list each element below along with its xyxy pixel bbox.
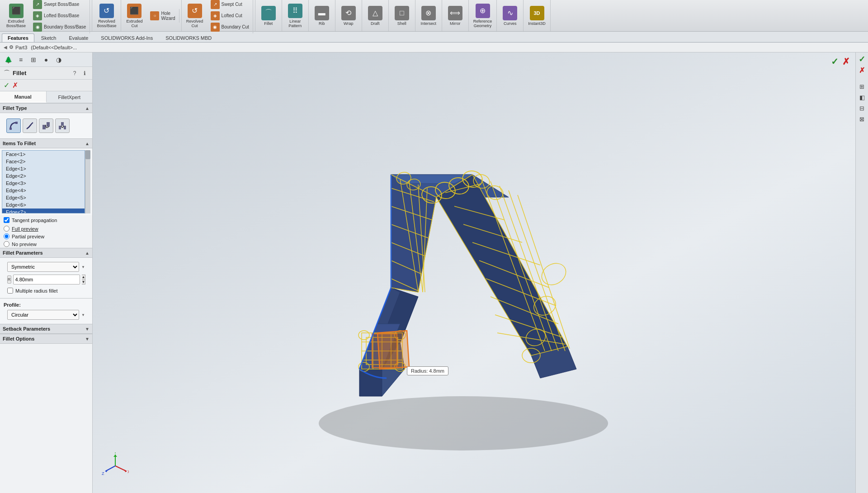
no-preview-radio[interactable] bbox=[4, 241, 9, 247]
setback-params-chevron bbox=[85, 327, 90, 332]
ftype-full-round-icon[interactable] bbox=[55, 119, 70, 133]
tab-filletxpert[interactable]: FilletXpert bbox=[47, 91, 93, 103]
list-item-edge7[interactable]: Edge<7> bbox=[2, 209, 85, 213]
lofted-boss-base-button[interactable]: ◈ Lofted Boss/Base bbox=[31, 10, 88, 21]
panel-icon-color[interactable]: ◑ bbox=[53, 54, 64, 65]
swept-cut-button[interactable]: ↗ Swept Cut bbox=[209, 0, 251, 10]
revolved-boss-base-button[interactable]: ↺ RevolvedBoss/Base bbox=[94, 2, 119, 30]
list-item-edge3[interactable]: Edge<3> bbox=[2, 180, 85, 187]
wrap-button[interactable]: ⟲ Wrap bbox=[337, 4, 360, 28]
panel-icon-camera[interactable]: ● bbox=[41, 54, 52, 65]
swept-boss-base-label: Swept Boss/Base bbox=[44, 2, 79, 7]
viewport-ok-button[interactable]: ✓ bbox=[831, 56, 839, 67]
radius-input[interactable] bbox=[13, 275, 80, 284]
right-icon-2[interactable]: ◧ bbox=[857, 92, 867, 102]
full-preview-label[interactable]: Full preview bbox=[12, 226, 38, 232]
hole-wizard-button[interactable]: ○ HoleWizard bbox=[148, 10, 177, 22]
linear-pattern-button[interactable]: ⠿ LinearPattern bbox=[284, 2, 307, 30]
panel-ok-button[interactable]: ✓ bbox=[4, 81, 9, 90]
draft-button[interactable]: △ Draft bbox=[364, 4, 387, 28]
revolved-cut-button[interactable]: ↺ RevolvedCut bbox=[184, 2, 206, 30]
multiple-radius-label[interactable]: Multiple radius fillet bbox=[15, 288, 58, 294]
items-fillet-section-header[interactable]: Items To Fillet bbox=[0, 138, 92, 148]
tab-manual[interactable]: Manual bbox=[0, 91, 47, 103]
right-icon-1[interactable]: ⊞ bbox=[857, 81, 867, 91]
right-icon-3[interactable]: ⊟ bbox=[857, 103, 867, 113]
right-icon-4[interactable]: ⊠ bbox=[857, 114, 867, 124]
tangent-propagation-label[interactable]: Tangent propagation bbox=[12, 218, 57, 223]
curves-button[interactable]: ∿ Curves bbox=[499, 4, 521, 28]
ftype-face-icon[interactable] bbox=[39, 119, 53, 133]
setback-params-section-header[interactable]: Setback Parameters bbox=[0, 324, 92, 334]
radius-spin-down[interactable]: ▼ bbox=[82, 280, 85, 284]
list-item-edge6[interactable]: Edge<6> bbox=[2, 201, 85, 209]
list-item-face1[interactable]: Face<1> bbox=[2, 151, 85, 158]
symmetric-select[interactable]: Symmetric bbox=[7, 262, 79, 272]
lofted-cut-label: Lofted Cut bbox=[222, 13, 242, 18]
panel-icon-config[interactable]: ⊞ bbox=[28, 54, 39, 65]
multiple-radius-checkbox[interactable] bbox=[7, 288, 13, 294]
radius-spinner[interactable]: ▲ ▼ bbox=[82, 275, 86, 284]
svg-rect-4 bbox=[59, 126, 61, 129]
tab-addins[interactable]: SOLIDWORKS Add-Ins bbox=[95, 33, 159, 42]
extruded-boss-base-button[interactable]: ⬛ ExtrudedBoss/Base bbox=[4, 2, 28, 30]
fillet-toolbar-button[interactable]: ⌒ Fillet bbox=[257, 4, 280, 28]
list-item-edge1[interactable]: Edge<1> bbox=[2, 165, 85, 172]
profile-label: Profile: bbox=[4, 301, 89, 308]
panel-cancel-button[interactable]: ✗ bbox=[12, 81, 18, 90]
reference-geometry-button[interactable]: ⊕ ReferenceGeometry bbox=[471, 2, 495, 30]
mirror-button[interactable]: ⟺ Mirror bbox=[444, 4, 467, 28]
boundary-boss-base-button[interactable]: ◉ Boundary Boss/Base bbox=[31, 22, 88, 33]
fillet-type-section-header[interactable]: Fillet Type bbox=[0, 103, 92, 113]
boundary-cut-icon: ◉ bbox=[211, 23, 220, 32]
partial-preview-radio[interactable] bbox=[4, 233, 9, 239]
wrap-icon: ⟲ bbox=[341, 6, 356, 20]
ftype-variable-icon[interactable] bbox=[23, 119, 37, 133]
no-preview-label[interactable]: No preview bbox=[12, 242, 37, 247]
symmetric-dropdown-arrow: ▼ bbox=[81, 265, 85, 269]
instant3d-button[interactable]: 3D Instant3D bbox=[525, 4, 548, 28]
right-cancel-icon[interactable]: ✗ bbox=[857, 65, 867, 75]
reference-geometry-label: ReferenceGeometry bbox=[473, 19, 492, 28]
panel-help-icon[interactable]: ? bbox=[71, 69, 79, 77]
tab-evaluate[interactable]: Evaluate bbox=[63, 33, 94, 42]
panel-info-icon[interactable]: ℹ bbox=[80, 69, 89, 77]
list-item-edge4[interactable]: Edge<4> bbox=[2, 187, 85, 194]
intersect-button[interactable]: ⊗ Intersect bbox=[417, 4, 440, 28]
right-ok-icon[interactable]: ✓ bbox=[857, 54, 867, 64]
shell-button[interactable]: □ Shell bbox=[391, 4, 413, 28]
manual-expert-tabs: Manual FilletXpert bbox=[0, 91, 92, 103]
swept-boss-base-button[interactable]: ↗ Swept Boss/Base bbox=[31, 0, 88, 10]
model-svg bbox=[93, 52, 868, 493]
hole-wizard-label: HoleWizard bbox=[161, 11, 175, 21]
panel-icon-tree[interactable]: 🌲 bbox=[3, 54, 14, 65]
linear-pattern-label: LinearPattern bbox=[288, 19, 302, 28]
list-item-edge2[interactable]: Edge<2> bbox=[2, 172, 85, 180]
panel-fillet-icon: ⌒ bbox=[4, 69, 10, 77]
panel-icon-row: 🌲 ≡ ⊞ ● ◑ bbox=[0, 52, 92, 67]
fillet-options-section-header[interactable]: Fillet Options bbox=[0, 334, 92, 344]
viewport-ok-cancel: ✓ ✗ bbox=[831, 56, 850, 67]
tab-sketch[interactable]: Sketch bbox=[35, 33, 62, 42]
rib-button[interactable]: ▬ Rib bbox=[311, 4, 333, 28]
tab-features[interactable]: Features bbox=[2, 33, 34, 42]
panel-icon-list[interactable]: ≡ bbox=[15, 54, 26, 65]
swept-boss-base-icon: ↗ bbox=[33, 0, 42, 9]
ftype-constant-icon[interactable] bbox=[6, 119, 21, 133]
tangent-propagation-checkbox[interactable] bbox=[4, 217, 9, 223]
breadcrumb-bar: ◀ ⚙ Part3 (Default<<Default>... bbox=[0, 43, 868, 52]
partial-preview-label[interactable]: Partial preview bbox=[12, 234, 44, 239]
lofted-cut-button[interactable]: ◈ Lofted Cut bbox=[209, 10, 251, 21]
radius-spin-up[interactable]: ▲ bbox=[82, 275, 85, 280]
viewport-cancel-button[interactable]: ✗ bbox=[842, 56, 850, 67]
list-item-face2[interactable]: Face<2> bbox=[2, 158, 85, 165]
full-preview-radio[interactable] bbox=[4, 226, 9, 232]
boundary-cut-button[interactable]: ◉ Boundary Cut bbox=[209, 22, 251, 33]
fillet-params-section-header[interactable]: Fillet Parameters bbox=[0, 248, 92, 258]
items-list-scrollbar[interactable] bbox=[85, 150, 90, 213]
list-item-edge5[interactable]: Edge<5> bbox=[2, 194, 85, 201]
extruded-cut-button[interactable]: ⬛ ExtrudedCut bbox=[123, 2, 146, 30]
tab-mbd[interactable]: SOLIDWORKS MBD bbox=[160, 33, 217, 42]
profile-select[interactable]: Circular bbox=[7, 310, 79, 320]
breadcrumb-nav-arrow[interactable]: ◀ bbox=[4, 45, 7, 50]
